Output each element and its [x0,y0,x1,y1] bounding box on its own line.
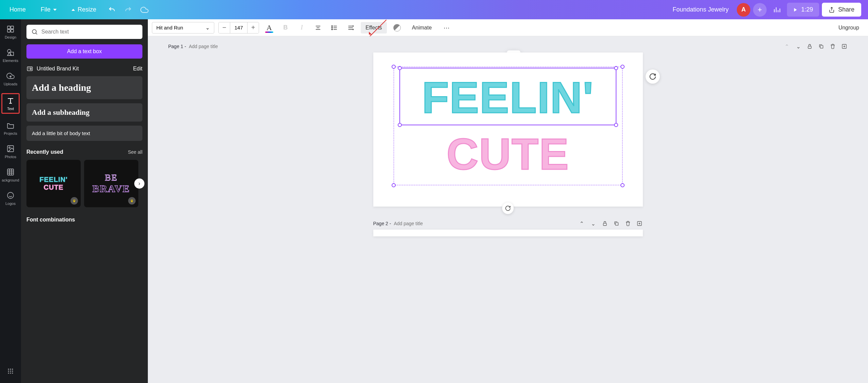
redo-button[interactable] [121,2,136,17]
rail-apps[interactable] [0,366,21,376]
design-icon [6,25,15,34]
svg-point-23 [332,29,333,30]
rail-photos[interactable]: Photos [0,144,21,159]
text-color-button[interactable]: A [263,22,275,34]
canvas-page-1[interactable]: FEELIN' CUTE [373,52,643,207]
recent2-line1: BE [105,173,117,183]
add-collaborator-button[interactable]: + [753,3,767,17]
selection-box-group[interactable] [394,67,623,185]
canvas-page-2[interactable] [373,230,643,236]
add-page-button[interactable] [841,43,848,50]
insights-button[interactable] [769,2,784,17]
font-size-input[interactable] [230,22,247,33]
file-menu[interactable]: File [34,2,63,17]
svg-rect-1 [11,26,14,29]
svg-point-12 [12,369,13,370]
cloud-sync-button[interactable] [137,2,152,17]
play-icon [793,7,798,12]
delete-page-button[interactable] [829,43,836,50]
canvas-area: Page 1 - ⌃ ⌄ Highlight the text you inte… [148,36,868,383]
page2-up-button[interactable]: ⌃ [578,220,585,227]
add-text-box-button[interactable]: Add a text box [26,44,142,59]
rail-uploads-label: Uploads [4,82,17,86]
logos-icon [6,191,15,200]
svg-rect-27 [603,223,606,226]
rail-background[interactable]: ackground [0,167,21,183]
add-heading-button[interactable]: Add a heading [26,76,142,99]
share-button[interactable]: Share [822,3,861,17]
page1-actions: ⌃ ⌄ [783,43,848,50]
ungroup-button[interactable]: Ungroup [834,22,864,34]
list-button[interactable] [328,22,340,34]
document-name[interactable]: Foundations Jewelry [667,3,734,16]
animate-button[interactable]: Animate [407,22,437,34]
search-input[interactable] [41,29,138,35]
recent-row: FEELIN' CUTE ♛ BE BRAVE ♛ › [26,160,142,207]
rail-text[interactable]: Text [1,93,20,114]
home-button[interactable]: Home [3,2,33,17]
color-underline [265,31,273,33]
group-handle-tl[interactable] [392,65,396,69]
lock-button[interactable] [806,43,813,50]
rail-logos-label: Logos [5,201,16,206]
add-subheading-button[interactable]: Add a subheading [26,103,142,122]
transparency-button[interactable] [391,22,403,34]
rail-design[interactable]: Design [0,24,21,40]
timer-value: 1:29 [801,6,813,13]
recently-used-label: Recently used [26,149,63,155]
avatar[interactable]: A [737,3,750,17]
rail-elements[interactable]: Elements [0,47,21,63]
font-size-decrease[interactable]: − [219,22,230,33]
rail-uploads[interactable]: Uploads [0,71,21,87]
background-icon [6,168,15,176]
duplicate-button[interactable] [818,43,825,50]
page-up-button[interactable]: ⌃ [783,43,790,50]
page2-delete-button[interactable] [625,220,631,227]
recent-template-1[interactable]: FEELIN' CUTE ♛ [26,160,81,207]
spacing-button[interactable] [344,22,357,34]
left-rail: Design Elements Uploads Text Projects Ph… [0,19,21,383]
brand-kit-label: Untitled Brand Kit [37,66,79,72]
see-all-recent[interactable]: See all [128,149,142,155]
group-handle-br[interactable] [620,183,625,187]
font-family-select[interactable]: Hit and Run ⌄ [152,22,214,34]
page1-title-input[interactable] [189,44,257,49]
group-handle-tr[interactable] [620,65,625,69]
page-down-button[interactable]: ⌄ [795,43,802,50]
brand-icon [26,65,33,72]
file-label: File [41,6,51,13]
font-size-increase[interactable]: + [247,22,259,33]
svg-rect-2 [7,29,10,32]
group-handle-bl[interactable] [392,183,396,187]
edit-brand-link[interactable]: Edit [133,66,142,72]
sync-pages-button[interactable] [502,203,514,214]
resize-menu[interactable]: Resize [65,2,103,17]
page2-lock-button[interactable] [601,220,608,227]
add-body-text-button[interactable]: Add a little bit of body text [26,126,142,141]
more-options-button[interactable]: ⋯ [440,22,453,34]
undo-button[interactable] [104,2,119,17]
svg-rect-8 [7,169,14,175]
recent-template-2[interactable]: BE BRAVE ♛ [84,160,138,207]
brand-kit-row: Untitled Brand Kit Edit [26,65,142,72]
page2-add-button[interactable] [636,220,643,227]
rail-logos[interactable]: Logos [0,190,21,206]
page2-actions: ⌃ ⌄ [578,220,643,227]
recently-used-header: Recently used See all [26,149,142,155]
svg-point-15 [12,370,13,371]
svg-rect-0 [7,26,10,29]
rail-projects[interactable]: Projects [0,120,21,136]
regenerate-fab[interactable] [646,69,660,84]
bold-button[interactable]: B [279,22,292,34]
rail-elements-label: Elements [3,59,18,63]
alignment-button[interactable] [312,22,324,34]
italic-button[interactable]: I [296,22,308,34]
page2-title-input[interactable] [394,221,461,226]
page2-duplicate-button[interactable] [613,220,620,227]
recent1-line2: CUTE [44,184,63,191]
page2-down-button[interactable]: ⌄ [590,220,597,227]
svg-point-13 [8,370,9,371]
scroll-right-button[interactable]: › [134,178,144,189]
chevron-down-icon: ⌄ [205,25,210,31]
present-button[interactable]: 1:29 [787,3,819,17]
